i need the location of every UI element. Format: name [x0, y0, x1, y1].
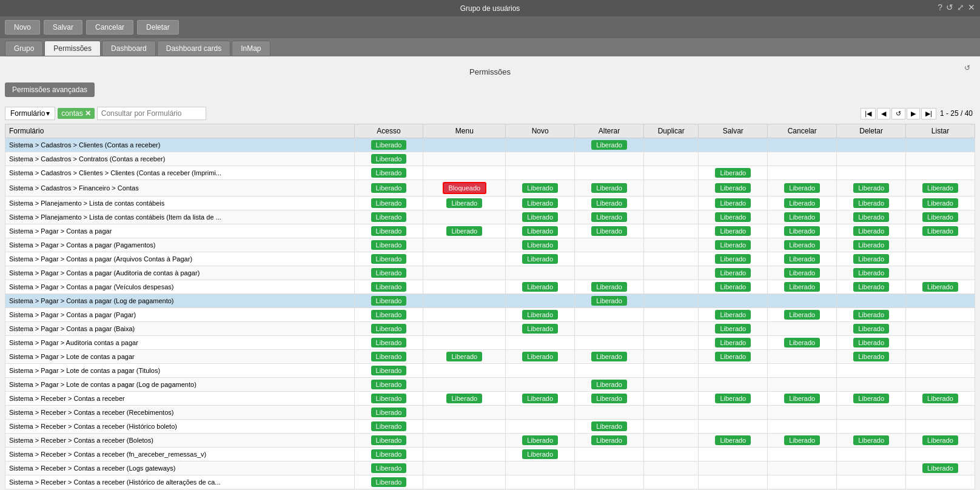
deletar-liberado-button[interactable]: Liberado: [853, 338, 889, 347]
acesso-liberado-button[interactable]: Liberado: [371, 324, 407, 334]
search-input[interactable]: [97, 107, 206, 120]
listar-liberado-button[interactable]: Liberado: [922, 463, 958, 473]
acesso-liberado-button[interactable]: Liberado: [371, 449, 407, 459]
cancelar-liberado-button[interactable]: Liberado: [784, 240, 820, 250]
alterar-liberado-button[interactable]: Liberado: [591, 394, 627, 403]
menu-liberado-button[interactable]: Liberado: [446, 226, 482, 236]
listar-liberado-button[interactable]: Liberado: [922, 226, 958, 236]
deletar-liberado-button[interactable]: Liberado: [853, 226, 889, 236]
tab-dashboard-cards[interactable]: Dashboard cards: [157, 41, 230, 56]
next-page-button[interactable]: ▶: [907, 108, 920, 119]
acesso-liberado-button[interactable]: Liberado: [371, 140, 407, 150]
cancelar-liberado-button[interactable]: Liberado: [784, 226, 820, 236]
cancelar-liberado-button[interactable]: Liberado: [784, 338, 820, 347]
cancelar-liberado-button[interactable]: Liberado: [784, 268, 820, 278]
acesso-liberado-button[interactable]: Liberado: [371, 408, 407, 417]
reload-button[interactable]: ↺: [891, 108, 905, 119]
tab-dashboard[interactable]: Dashboard: [102, 41, 156, 56]
novo-liberado-button[interactable]: Liberado: [522, 352, 558, 361]
acesso-liberado-button[interactable]: Liberado: [371, 168, 407, 178]
last-page-button[interactable]: ▶|: [921, 108, 936, 119]
acesso-liberado-button[interactable]: Liberado: [371, 226, 407, 236]
deletar-liberado-button[interactable]: Liberado: [853, 352, 889, 361]
deletar-button[interactable]: Deletar: [137, 20, 179, 35]
acesso-liberado-button[interactable]: Liberado: [371, 198, 407, 208]
salvar-liberado-button[interactable]: Liberado: [715, 338, 751, 347]
acesso-liberado-button[interactable]: Liberado: [371, 380, 407, 389]
novo-liberado-button[interactable]: Liberado: [522, 212, 558, 222]
menu-liberado-button[interactable]: Liberado: [446, 394, 482, 403]
cancelar-liberado-button[interactable]: Liberado: [784, 254, 820, 264]
cancelar-liberado-button[interactable]: Liberado: [784, 198, 820, 208]
salvar-liberado-button[interactable]: Liberado: [715, 435, 751, 445]
acesso-liberado-button[interactable]: Liberado: [371, 254, 407, 264]
salvar-liberado-button[interactable]: Liberado: [715, 394, 751, 403]
novo-liberado-button[interactable]: Liberado: [522, 435, 558, 445]
alterar-liberado-button[interactable]: Liberado: [591, 282, 627, 292]
deletar-liberado-button[interactable]: Liberado: [853, 394, 889, 403]
salvar-liberado-button[interactable]: Liberado: [715, 212, 751, 222]
salvar-liberado-button[interactable]: Liberado: [715, 198, 751, 208]
menu-liberado-button[interactable]: Liberado: [446, 352, 482, 361]
acesso-liberado-button[interactable]: Liberado: [371, 463, 407, 473]
novo-liberado-button[interactable]: Liberado: [522, 226, 558, 236]
acesso-liberado-button[interactable]: Liberado: [371, 268, 407, 278]
acesso-liberado-button[interactable]: Liberado: [371, 338, 407, 347]
acesso-liberado-button[interactable]: Liberado: [371, 310, 407, 320]
cancelar-liberado-button[interactable]: Liberado: [784, 310, 820, 320]
cancelar-liberado-button[interactable]: Liberado: [784, 394, 820, 403]
salvar-liberado-button[interactable]: Liberado: [715, 226, 751, 236]
salvar-liberado-button[interactable]: Liberado: [715, 254, 751, 264]
deletar-liberado-button[interactable]: Liberado: [853, 435, 889, 445]
deletar-liberado-button[interactable]: Liberado: [853, 268, 889, 278]
acesso-liberado-button[interactable]: Liberado: [371, 296, 407, 306]
help-icon[interactable]: ?: [938, 2, 942, 12]
tab-grupo[interactable]: Grupo: [5, 41, 43, 56]
novo-liberado-button[interactable]: Liberado: [522, 282, 558, 292]
salvar-liberado-button[interactable]: Liberado: [715, 310, 751, 320]
deletar-liberado-button[interactable]: Liberado: [853, 324, 889, 334]
salvar-liberado-button[interactable]: Liberado: [715, 168, 751, 178]
deletar-liberado-button[interactable]: Liberado: [853, 310, 889, 320]
cancelar-button[interactable]: Cancelar: [86, 20, 133, 35]
menu-bloqueado-button[interactable]: Bloqueado: [443, 182, 487, 194]
tag-close-icon[interactable]: ✕: [85, 109, 91, 118]
cancelar-liberado-button[interactable]: Liberado: [784, 435, 820, 445]
cancelar-liberado-button[interactable]: Liberado: [784, 212, 820, 222]
acesso-liberado-button[interactable]: Liberado: [371, 240, 407, 250]
novo-liberado-button[interactable]: Liberado: [522, 183, 558, 193]
salvar-liberado-button[interactable]: Liberado: [715, 282, 751, 292]
acesso-liberado-button[interactable]: Liberado: [371, 183, 407, 193]
salvar-liberado-button[interactable]: Liberado: [715, 352, 751, 361]
advanced-permissions-button[interactable]: Permissões avançadas: [5, 82, 95, 97]
formulario-dropdown[interactable]: Formulário ▾: [5, 107, 55, 120]
listar-liberado-button[interactable]: Liberado: [922, 212, 958, 222]
deletar-liberado-button[interactable]: Liberado: [853, 212, 889, 222]
acesso-liberado-button[interactable]: Liberado: [371, 394, 407, 403]
novo-liberado-button[interactable]: Liberado: [522, 240, 558, 250]
close-icon[interactable]: ✕: [968, 2, 975, 12]
acesso-liberado-button[interactable]: Liberado: [371, 154, 407, 164]
deletar-liberado-button[interactable]: Liberado: [853, 282, 889, 292]
alterar-liberado-button[interactable]: Liberado: [591, 421, 627, 431]
salvar-liberado-button[interactable]: Liberado: [715, 324, 751, 334]
alterar-liberado-button[interactable]: Liberado: [591, 435, 627, 445]
novo-liberado-button[interactable]: Liberado: [522, 449, 558, 459]
alterar-liberado-button[interactable]: Liberado: [591, 226, 627, 236]
refresh-icon[interactable]: ↺: [946, 2, 953, 12]
acesso-liberado-button[interactable]: Liberado: [371, 435, 407, 445]
listar-liberado-button[interactable]: Liberado: [922, 394, 958, 403]
cancelar-liberado-button[interactable]: Liberado: [784, 183, 820, 193]
alterar-liberado-button[interactable]: Liberado: [591, 212, 627, 222]
salvar-button[interactable]: Salvar: [44, 20, 82, 35]
cancelar-liberado-button[interactable]: Liberado: [784, 282, 820, 292]
alterar-liberado-button[interactable]: Liberado: [591, 198, 627, 208]
tab-permissoes[interactable]: Permissões: [44, 41, 101, 56]
alterar-liberado-button[interactable]: Liberado: [591, 352, 627, 361]
alterar-liberado-button[interactable]: Liberado: [591, 183, 627, 193]
prev-page-button[interactable]: ◀: [877, 108, 890, 119]
deletar-liberado-button[interactable]: Liberado: [853, 183, 889, 193]
alterar-liberado-button[interactable]: Liberado: [591, 140, 627, 150]
acesso-liberado-button[interactable]: Liberado: [371, 282, 407, 292]
listar-liberado-button[interactable]: Liberado: [922, 435, 958, 445]
